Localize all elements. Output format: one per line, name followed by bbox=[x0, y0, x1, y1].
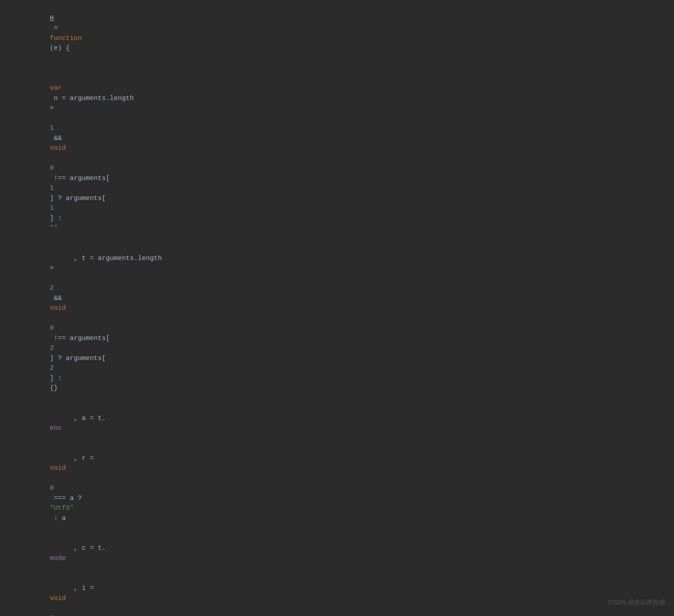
line-content-1: H = function (e) { bbox=[22, 4, 674, 64]
line-content-5: , r = void 0 === a ? "Utf8" : a bbox=[22, 444, 674, 534]
code-line-3: , t = arguments.length > 2 && void 0 !==… bbox=[0, 244, 674, 404]
line-content-3: , t = arguments.length > 2 && void 0 !==… bbox=[22, 244, 674, 404]
ident-H: H bbox=[50, 15, 54, 22]
code-line-4: , a = t. enc bbox=[0, 404, 674, 444]
code-line-6: , c = t. mode bbox=[0, 534, 674, 574]
code-line-5: , r = void 0 === a ? "Utf8" : a bbox=[0, 444, 674, 534]
code-line-1: H = function (e) { bbox=[0, 4, 674, 64]
code-line-2: var n = arguments.length > 1 && void 0 !… bbox=[0, 64, 674, 244]
line-content-7: , i = void 0 === c ? "ECB" : c bbox=[22, 574, 674, 616]
line-content-4: , a = t. enc bbox=[22, 404, 674, 444]
line-content-2: var n = arguments.length > 1 && void 0 !… bbox=[22, 64, 674, 244]
code-editor: H = function (e) { var n = arguments.len… bbox=[0, 0, 674, 616]
watermark: CSDN @意识存在感 bbox=[608, 598, 665, 607]
line-content-6: , c = t. mode bbox=[22, 534, 674, 574]
code-line-7: , i = void 0 === c ? "ECB" : c bbox=[0, 574, 674, 616]
